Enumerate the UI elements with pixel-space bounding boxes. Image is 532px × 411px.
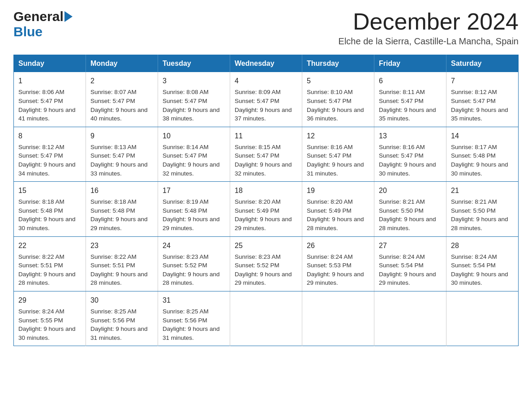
calendar-cell: 1Sunrise: 8:06 AMSunset: 5:47 PMDaylight… xyxy=(14,72,86,127)
month-title: December 2024 xyxy=(339,9,519,34)
calendar-cell: 25Sunrise: 8:23 AMSunset: 5:52 PMDayligh… xyxy=(230,236,302,291)
day-number: 25 xyxy=(235,240,297,251)
col-header-sunday: Sunday xyxy=(14,55,86,73)
calendar-cell: 27Sunrise: 8:24 AMSunset: 5:54 PMDayligh… xyxy=(374,236,446,291)
day-number: 22 xyxy=(18,240,81,251)
calendar-cell: 5Sunrise: 8:10 AMSunset: 5:47 PMDaylight… xyxy=(302,72,374,127)
calendar-cell: 2Sunrise: 8:07 AMSunset: 5:47 PMDaylight… xyxy=(86,72,158,127)
day-info: Sunrise: 8:19 AMSunset: 5:48 PMDaylight:… xyxy=(163,197,225,232)
day-number: 20 xyxy=(379,185,442,196)
day-number: 4 xyxy=(235,76,297,86)
day-number: 16 xyxy=(90,185,153,196)
day-info: Sunrise: 8:21 AMSunset: 5:50 PMDaylight:… xyxy=(379,197,442,232)
day-info: Sunrise: 8:16 AMSunset: 5:47 PMDaylight:… xyxy=(307,143,369,178)
calendar-cell: 30Sunrise: 8:25 AMSunset: 5:56 PMDayligh… xyxy=(86,291,158,346)
day-info: Sunrise: 8:20 AMSunset: 5:49 PMDaylight:… xyxy=(307,197,369,232)
day-number: 18 xyxy=(235,185,297,196)
calendar-cell: 8Sunrise: 8:12 AMSunset: 5:47 PMDaylight… xyxy=(14,127,86,181)
day-info: Sunrise: 8:14 AMSunset: 5:47 PMDaylight:… xyxy=(163,143,225,178)
day-number: 30 xyxy=(90,295,153,305)
col-header-thursday: Thursday xyxy=(302,55,374,73)
day-info: Sunrise: 8:15 AMSunset: 5:47 PMDaylight:… xyxy=(235,143,297,178)
calendar-cell: 19Sunrise: 8:20 AMSunset: 5:49 PMDayligh… xyxy=(302,182,374,236)
day-number: 8 xyxy=(18,131,81,141)
calendar-cell xyxy=(302,291,374,346)
day-info: Sunrise: 8:11 AMSunset: 5:47 PMDaylight:… xyxy=(379,88,442,123)
day-number: 15 xyxy=(18,185,81,196)
day-info: Sunrise: 8:07 AMSunset: 5:47 PMDaylight:… xyxy=(90,88,153,123)
day-number: 21 xyxy=(451,185,514,196)
day-info: Sunrise: 8:21 AMSunset: 5:50 PMDaylight:… xyxy=(451,197,514,232)
day-number: 17 xyxy=(163,185,225,196)
day-number: 9 xyxy=(90,131,153,141)
day-number: 26 xyxy=(307,240,369,251)
calendar-cell: 17Sunrise: 8:19 AMSunset: 5:48 PMDayligh… xyxy=(158,182,230,236)
day-info: Sunrise: 8:24 AMSunset: 5:53 PMDaylight:… xyxy=(307,253,369,287)
day-number: 6 xyxy=(379,76,442,86)
day-info: Sunrise: 8:13 AMSunset: 5:47 PMDaylight:… xyxy=(90,143,153,178)
title-section: December 2024 Elche de la Sierra, Castil… xyxy=(339,9,519,47)
day-info: Sunrise: 8:08 AMSunset: 5:47 PMDaylight:… xyxy=(163,88,225,123)
day-info: Sunrise: 8:24 AMSunset: 5:54 PMDaylight:… xyxy=(451,253,514,287)
day-info: Sunrise: 8:24 AMSunset: 5:55 PMDaylight:… xyxy=(18,307,81,342)
calendar-cell: 4Sunrise: 8:09 AMSunset: 5:47 PMDaylight… xyxy=(230,72,302,127)
week-row-3: 15Sunrise: 8:18 AMSunset: 5:48 PMDayligh… xyxy=(14,182,519,236)
day-info: Sunrise: 8:22 AMSunset: 5:51 PMDaylight:… xyxy=(18,253,81,287)
calendar-table: SundayMondayTuesdayWednesdayThursdayFrid… xyxy=(13,55,519,346)
day-info: Sunrise: 8:17 AMSunset: 5:48 PMDaylight:… xyxy=(451,143,514,178)
day-number: 2 xyxy=(90,76,153,86)
calendar-cell: 11Sunrise: 8:15 AMSunset: 5:47 PMDayligh… xyxy=(230,127,302,181)
day-number: 24 xyxy=(163,240,225,251)
col-header-monday: Monday xyxy=(86,55,158,73)
day-info: Sunrise: 8:25 AMSunset: 5:56 PMDaylight:… xyxy=(163,307,225,342)
col-header-saturday: Saturday xyxy=(446,55,519,73)
calendar-cell xyxy=(230,291,302,346)
day-info: Sunrise: 8:25 AMSunset: 5:56 PMDaylight:… xyxy=(90,307,153,342)
week-row-2: 8Sunrise: 8:12 AMSunset: 5:47 PMDaylight… xyxy=(14,127,519,181)
day-number: 29 xyxy=(18,295,81,305)
day-info: Sunrise: 8:09 AMSunset: 5:47 PMDaylight:… xyxy=(235,88,297,123)
calendar-cell xyxy=(446,291,519,346)
week-row-4: 22Sunrise: 8:22 AMSunset: 5:51 PMDayligh… xyxy=(14,236,519,291)
calendar-cell: 6Sunrise: 8:11 AMSunset: 5:47 PMDaylight… xyxy=(374,72,446,127)
day-info: Sunrise: 8:18 AMSunset: 5:48 PMDaylight:… xyxy=(90,197,153,232)
logo-general-text: General xyxy=(13,9,64,24)
calendar-cell: 3Sunrise: 8:08 AMSunset: 5:47 PMDaylight… xyxy=(158,72,230,127)
day-number: 7 xyxy=(451,76,514,86)
day-info: Sunrise: 8:23 AMSunset: 5:52 PMDaylight:… xyxy=(163,253,225,287)
week-row-5: 29Sunrise: 8:24 AMSunset: 5:55 PMDayligh… xyxy=(14,291,519,346)
calendar-cell: 23Sunrise: 8:22 AMSunset: 5:51 PMDayligh… xyxy=(86,236,158,291)
day-number: 31 xyxy=(163,295,225,305)
calendar-cell: 15Sunrise: 8:18 AMSunset: 5:48 PMDayligh… xyxy=(14,182,86,236)
day-number: 13 xyxy=(379,131,442,141)
day-number: 23 xyxy=(90,240,153,251)
week-row-1: 1Sunrise: 8:06 AMSunset: 5:47 PMDaylight… xyxy=(14,72,519,127)
calendar-cell: 13Sunrise: 8:16 AMSunset: 5:47 PMDayligh… xyxy=(374,127,446,181)
day-number: 27 xyxy=(379,240,442,251)
day-info: Sunrise: 8:16 AMSunset: 5:47 PMDaylight:… xyxy=(379,143,442,178)
calendar-cell: 26Sunrise: 8:24 AMSunset: 5:53 PMDayligh… xyxy=(302,236,374,291)
calendar-cell: 24Sunrise: 8:23 AMSunset: 5:52 PMDayligh… xyxy=(158,236,230,291)
day-info: Sunrise: 8:06 AMSunset: 5:47 PMDaylight:… xyxy=(18,88,81,123)
logo-arrow-icon xyxy=(64,11,73,22)
day-info: Sunrise: 8:12 AMSunset: 5:47 PMDaylight:… xyxy=(451,88,514,123)
day-number: 28 xyxy=(451,240,514,251)
header-row: SundayMondayTuesdayWednesdayThursdayFrid… xyxy=(14,55,519,73)
calendar-cell: 20Sunrise: 8:21 AMSunset: 5:50 PMDayligh… xyxy=(374,182,446,236)
day-number: 14 xyxy=(451,131,514,141)
day-number: 5 xyxy=(307,76,369,86)
day-number: 11 xyxy=(235,131,297,141)
day-info: Sunrise: 8:22 AMSunset: 5:51 PMDaylight:… xyxy=(90,253,153,287)
calendar-cell xyxy=(374,291,446,346)
day-number: 10 xyxy=(163,131,225,141)
day-info: Sunrise: 8:12 AMSunset: 5:47 PMDaylight:… xyxy=(18,143,81,178)
day-info: Sunrise: 8:10 AMSunset: 5:47 PMDaylight:… xyxy=(307,88,369,123)
calendar-cell: 9Sunrise: 8:13 AMSunset: 5:47 PMDaylight… xyxy=(86,127,158,181)
calendar-cell: 14Sunrise: 8:17 AMSunset: 5:48 PMDayligh… xyxy=(446,127,519,181)
page-header: General Blue December 2024 Elche de la S… xyxy=(13,9,519,47)
calendar-cell: 21Sunrise: 8:21 AMSunset: 5:50 PMDayligh… xyxy=(446,182,519,236)
day-info: Sunrise: 8:20 AMSunset: 5:49 PMDaylight:… xyxy=(235,197,297,232)
day-number: 12 xyxy=(307,131,369,141)
calendar-cell: 31Sunrise: 8:25 AMSunset: 5:56 PMDayligh… xyxy=(158,291,230,346)
day-number: 19 xyxy=(307,185,369,196)
